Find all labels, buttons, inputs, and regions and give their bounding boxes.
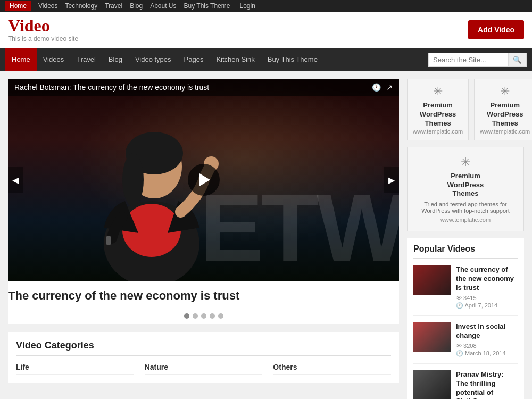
- ad2-title: Premium WordPress Themes: [480, 101, 530, 128]
- nav-travel[interactable]: Travel: [70, 48, 102, 71]
- search-input[interactable]: [428, 53, 508, 67]
- category-others-label: Others: [273, 363, 391, 375]
- search-button[interactable]: 🔍: [508, 53, 527, 67]
- ad-large-url: www.templatic.com: [440, 217, 491, 223]
- popular-meta-1: 3415 April 7, 2014: [456, 295, 518, 309]
- category-nature-label: Nature: [145, 363, 263, 375]
- popular-thumb-3: [413, 370, 451, 399]
- content-area: Rachel Botsman: The currency of the new …: [8, 79, 399, 399]
- topbar-home[interactable]: Home: [5, 1, 31, 11]
- popular-item-1: The currency of the new economy is trust…: [413, 265, 518, 316]
- video-categories-section: Video Categories Life Nature Others: [8, 332, 399, 383]
- dot-1[interactable]: [184, 313, 189, 319]
- popular-info-1: The currency of the new economy is trust…: [456, 265, 518, 309]
- nav-buy-theme[interactable]: Buy This Theme: [261, 48, 324, 71]
- ad2-snowflake-icon: ✳: [480, 85, 530, 98]
- topbar-about[interactable]: About Us: [150, 2, 176, 10]
- slider-dots: [8, 308, 399, 324]
- svg-point-5: [122, 153, 144, 206]
- ad-large-title: Premium WordPress Themes: [447, 172, 484, 199]
- topbar-videos[interactable]: Videos: [38, 2, 57, 10]
- category-row: Life Nature Others: [16, 363, 391, 375]
- topbar-buy-theme[interactable]: Buy This Theme: [184, 2, 230, 10]
- video-placeholder: ETW ◀ ▶: [8, 79, 399, 281]
- nav-videos[interactable]: Videos: [37, 48, 71, 71]
- add-video-button[interactable]: Add Video: [468, 20, 524, 39]
- video-caption-title: The currency of the new economy is trust: [8, 289, 399, 303]
- sidebar-ad-large: ✳ Premium WordPress Themes Tried and tes…: [407, 147, 524, 232]
- category-life: Life: [16, 363, 134, 375]
- nav-home[interactable]: Home: [5, 48, 37, 71]
- top-bar: Home Videos Technology Travel Blog About…: [0, 0, 532, 12]
- ad2-url: www.templatic.com: [480, 128, 530, 135]
- prev-slide-button[interactable]: ◀: [8, 167, 23, 193]
- sidebar-ad-2: ✳ Premium WordPress Themes www.templatic…: [474, 79, 532, 140]
- nav-pages[interactable]: Pages: [178, 48, 210, 71]
- video-icons: 🕐 ↗: [372, 83, 393, 92]
- category-nature: Nature: [145, 363, 263, 375]
- video-caption: The currency of the new economy is trust: [8, 281, 399, 308]
- dot-2[interactable]: [193, 313, 198, 319]
- popular-thumb-2: [413, 322, 451, 352]
- ad-large-desc: Tried and tested app themes for WordPres…: [415, 201, 516, 214]
- video-title-bar: Rachel Botsman: The currency of the new …: [8, 79, 399, 96]
- nav-kitchen-sink[interactable]: Kitchen Sink: [210, 48, 261, 71]
- popular-views-1: 3415: [456, 295, 518, 301]
- main-nav: Home Videos Travel Blog Video types Page…: [0, 48, 532, 71]
- dot-4[interactable]: [210, 313, 215, 319]
- category-life-label: Life: [16, 363, 134, 375]
- site-title: Video: [8, 17, 78, 34]
- popular-info-3: Pranav Mistry: The thrilling potential o…: [456, 370, 518, 399]
- nav-video-types[interactable]: Video types: [129, 48, 178, 71]
- popular-videos-section: Popular Videos The currency of the new e…: [407, 238, 524, 399]
- popular-title-1[interactable]: The currency of the new economy is trust: [456, 265, 518, 293]
- ad1-url: www.templatic.com: [413, 128, 463, 135]
- dot-3[interactable]: [201, 313, 206, 319]
- topbar-login[interactable]: Login: [239, 2, 255, 10]
- video-title-text: Rachel Botsman: The currency of the new …: [14, 83, 209, 92]
- site-brand: Video This is a demo video site: [8, 17, 78, 43]
- topbar-travel[interactable]: Travel: [105, 2, 122, 10]
- popular-videos-title: Popular Videos: [413, 244, 518, 259]
- popular-title-3[interactable]: Pranav Mistry: The thrilling potential o…: [456, 370, 518, 399]
- site-tagline: This is a demo video site: [8, 35, 78, 43]
- dot-5[interactable]: [218, 313, 223, 319]
- main-content: Rachel Botsman: The currency of the new …: [0, 71, 532, 399]
- featured-video: Rachel Botsman: The currency of the new …: [8, 79, 399, 281]
- sidebar-ads-row: ✳ Premium WordPress Themes www.templatic…: [407, 79, 524, 140]
- popular-meta-2: 3208 March 18, 2014: [456, 343, 518, 357]
- topbar-blog[interactable]: Blog: [130, 2, 143, 10]
- header: Video This is a demo video site Add Vide…: [0, 12, 532, 48]
- topbar-technology[interactable]: Technology: [65, 2, 98, 10]
- ad-large-snowflake-icon: ✳: [461, 155, 470, 169]
- sidebar: ✳ Premium WordPress Themes www.templatic…: [407, 79, 524, 399]
- bg-text: ETW: [200, 180, 399, 276]
- popular-info-2: Invest in social change 3208 March 18, 2…: [456, 322, 518, 357]
- video-categories-title: Video Categories: [16, 340, 391, 356]
- clock-icon: 🕐: [372, 83, 381, 92]
- ad1-title: Premium WordPress Themes: [413, 101, 463, 128]
- popular-date-2: March 18, 2014: [456, 350, 518, 357]
- popular-views-2: 3208: [456, 343, 518, 349]
- nav-blog[interactable]: Blog: [102, 48, 129, 71]
- popular-thumb-1: [413, 265, 451, 295]
- svg-rect-7: [106, 236, 111, 245]
- popular-item-3: Pranav Mistry: The thrilling potential o…: [413, 370, 518, 399]
- popular-date-1: April 7, 2014: [456, 302, 518, 309]
- next-slide-button[interactable]: ▶: [384, 167, 399, 193]
- popular-item-2: Invest in social change 3208 March 18, 2…: [413, 322, 518, 364]
- nav-search-area: 🔍: [428, 53, 527, 67]
- play-button[interactable]: [188, 164, 220, 196]
- category-others: Others: [273, 363, 391, 375]
- popular-title-2[interactable]: Invest in social change: [456, 322, 518, 340]
- share-icon: ↗: [386, 83, 393, 92]
- ad1-snowflake-icon: ✳: [413, 85, 463, 98]
- sidebar-ad-1: ✳ Premium WordPress Themes www.templatic…: [407, 79, 469, 140]
